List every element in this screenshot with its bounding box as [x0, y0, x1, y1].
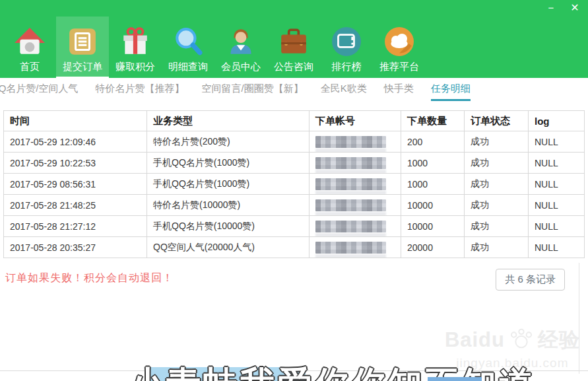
table-row: 2017-05-28 21:27:12 手机QQ名片赞(10000赞) 1000…	[4, 216, 585, 237]
cell-time: 2017-05-28 20:35:27	[4, 237, 147, 258]
nav-item-label: 提交订单	[63, 61, 102, 73]
nav-item-announcements[interactable]: 公告咨询	[267, 17, 320, 78]
cell-business-type: QQ空间人气(20000人气)	[147, 237, 310, 258]
blue-scroll-handle[interactable]	[428, 377, 482, 381]
cell-account	[310, 216, 401, 237]
tab-bar: QQ名片赞/空间人气特价名片赞【推荐】空间留言/圈圈赞【新】全民K歌类快手类任务…	[0, 78, 588, 101]
column-header: 业务类型	[147, 111, 310, 131]
cell-time: 2017-05-28 21:48:25	[4, 195, 147, 216]
nav-item-home[interactable]: 首页	[3, 17, 56, 78]
cell-time: 2017-05-29 08:56:31	[4, 174, 147, 195]
blurred-account	[315, 242, 386, 254]
right-border-line	[579, 263, 579, 374]
table-row: 2017-05-28 21:48:25 特价名片赞(10000赞) 10000 …	[4, 195, 585, 216]
nav-item-label: 赚取积分	[115, 61, 155, 73]
cell-status: 成功	[465, 237, 529, 258]
cell-status: 成功	[465, 216, 529, 237]
cell-account	[310, 153, 401, 174]
cell-business-type: 手机QQ名片赞(10000赞)	[147, 216, 310, 237]
tab-space-messages[interactable]: 空间留言/圈圈赞【新】	[202, 78, 304, 101]
cell-log: NULL	[529, 131, 585, 153]
blurred-account	[315, 221, 386, 232]
orders-table-header-row: 时间业务类型下单帐号下单数量订单状态log	[4, 111, 585, 131]
column-header: log	[529, 111, 585, 131]
home-icon	[15, 26, 45, 57]
cell-time: 2017-05-29 10:22:53	[4, 153, 147, 174]
title-bar: − ✕	[0, 0, 588, 17]
member-icon	[226, 26, 256, 57]
cell-time: 2017-05-29 12:09:46	[4, 131, 147, 153]
cell-account	[310, 174, 401, 195]
watermark-suffix: 经验	[538, 326, 580, 354]
watermark-brand: Baidu	[445, 328, 505, 352]
cell-account	[310, 195, 401, 216]
table-row: 2017-05-29 12:09:46 特价名片赞(200赞) 200 成功 N…	[4, 131, 585, 153]
nav-item-label: 推荐平台	[379, 61, 419, 73]
cell-status: 成功	[465, 195, 529, 216]
tab-special-likes[interactable]: 特价名片赞【推荐】	[96, 78, 185, 101]
cell-account	[310, 131, 401, 153]
search-icon	[173, 26, 203, 57]
column-header: 时间	[4, 111, 147, 131]
nav-item-ranking[interactable]: 排行榜	[320, 17, 373, 78]
column-header: 订单状态	[465, 111, 529, 131]
briefcase-icon	[278, 26, 309, 57]
app-window: − ✕ 首页 提交订单 赚取积分 明细查询 会员中心 公告咨询 排行榜 推荐平台…	[0, 0, 588, 381]
nav-item-earn-points[interactable]: 赚取积分	[109, 17, 162, 78]
minimize-icon[interactable]: −	[543, 1, 559, 15]
cell-quantity: 1000	[401, 153, 465, 174]
tab-task-detail[interactable]: 任务明细	[431, 78, 471, 101]
cell-quantity: 20000	[401, 237, 465, 258]
cell-business-type: 手机QQ名片赞(1000赞)	[147, 153, 310, 174]
tab-k-song[interactable]: 全民K歌类	[321, 78, 367, 101]
blurred-account	[315, 178, 386, 190]
table-row: 2017-05-29 10:22:53 手机QQ名片赞(1000赞) 1000 …	[4, 153, 585, 174]
cell-business-type: 特价名片赞(200赞)	[147, 131, 310, 153]
blurred-account	[315, 157, 386, 169]
cell-status: 成功	[465, 174, 529, 195]
nav-item-label: 会员中心	[221, 61, 261, 73]
cell-time: 2017-05-28 21:27:12	[4, 216, 147, 237]
blurred-account	[315, 136, 386, 148]
column-header: 下单帐号	[310, 111, 401, 131]
close-icon[interactable]: ✕	[567, 1, 583, 15]
refund-notice: 订单如果失败！积分会自动退回！	[5, 271, 174, 285]
orders-table: 时间业务类型下单帐号下单数量订单状态log 2017-05-29 12:09:4…	[3, 110, 585, 258]
cell-account	[310, 237, 401, 258]
document-icon	[67, 26, 98, 57]
cell-log: NULL	[529, 174, 585, 195]
cell-log: NULL	[529, 153, 585, 174]
nav-bar: 首页 提交订单 赚取积分 明细查询 会员中心 公告咨询 排行榜 推荐平台	[0, 17, 588, 78]
cell-log: NULL	[529, 195, 585, 216]
cell-quantity: 10000	[401, 195, 465, 216]
cell-quantity: 200	[401, 131, 465, 153]
nav-item-label: 排行榜	[332, 61, 362, 73]
nav-item-submit-order[interactable]: 提交订单	[56, 17, 109, 78]
column-header: 下单数量	[401, 111, 465, 131]
nav-item-label: 首页	[20, 61, 40, 73]
cell-log: NULL	[529, 237, 585, 258]
table-row: 2017-05-28 20:35:27 QQ空间人气(20000人气) 2000…	[4, 237, 585, 258]
blurred-account	[315, 199, 386, 211]
cell-business-type: 手机QQ名片赞(1000赞)	[147, 174, 310, 195]
cloud-icon	[384, 26, 414, 57]
nav-item-label: 公告咨询	[274, 61, 313, 73]
cell-log: NULL	[529, 216, 585, 237]
nav-item-label: 明细查询	[168, 61, 208, 73]
tab-qq-card-likes[interactable]: QQ名片赞/空间人气	[0, 78, 79, 101]
record-count-button[interactable]: 共 6 条记录	[496, 269, 565, 291]
tab-kuaishou[interactable]: 快手类	[384, 78, 414, 101]
gift-icon	[120, 26, 150, 57]
cell-quantity: 1000	[401, 174, 465, 195]
nav-item-member-center[interactable]: 会员中心	[214, 17, 267, 78]
orders-table-body: 2017-05-29 12:09:46 特价名片赞(200赞) 200 成功 N…	[4, 131, 585, 258]
tv-icon	[331, 26, 362, 57]
nav-item-detail-query[interactable]: 明细查询	[162, 17, 214, 78]
cell-business-type: 特价名片赞(10000赞)	[147, 195, 310, 216]
cell-status: 成功	[465, 131, 529, 153]
table-row: 2017-05-29 08:56:31 手机QQ名片赞(1000赞) 1000 …	[4, 174, 585, 195]
nav-item-recommend-platform[interactable]: 推荐平台	[373, 17, 426, 78]
paw-icon	[508, 327, 535, 353]
cell-status: 成功	[465, 153, 529, 174]
cell-quantity: 10000	[401, 216, 465, 237]
